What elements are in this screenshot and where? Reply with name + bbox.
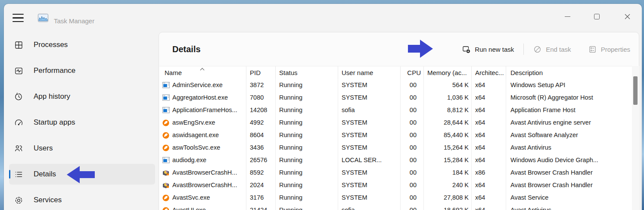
cell-cpu: 00 [401, 191, 424, 204]
cell-description: Windows Setup API [506, 79, 632, 91]
task-manager-logo-icon [38, 14, 48, 22]
cell-architecture: x64 [472, 204, 506, 210]
cell-description: Avast Browser Crash Handler [506, 179, 632, 191]
cell-architecture: x64 [472, 154, 506, 166]
table-row[interactable]: aswToolsSvc.exe 3436 Running SYSTEM 00 1… [159, 141, 632, 154]
process-name: aswToolsSvc.exe [172, 141, 220, 154]
cell-name: aswidsagent.exe [159, 129, 246, 141]
cell-cpu: 00 [401, 179, 424, 191]
sidebar-item-app-history[interactable]: App history [9, 86, 155, 107]
sidebar-item-details[interactable]: Details [9, 164, 155, 185]
hamburger-menu-button[interactable] [12, 14, 24, 22]
end-task-button[interactable]: End task [533, 45, 571, 53]
column-header-status[interactable]: Status [276, 66, 338, 79]
cell-cpu: 00 [401, 91, 424, 104]
table-row[interactable]: aswEngSrv.exe 4992 Running SYSTEM 00 28,… [159, 116, 632, 129]
table-row[interactable]: AvastBrowserCrashH... 8592 Running SYSTE… [159, 166, 632, 179]
sidebar-item-label: Users [34, 144, 53, 153]
cell-status: Running [276, 154, 338, 166]
cell-user-name: sofia [338, 104, 401, 116]
cell-status: Running [276, 129, 338, 141]
process-name: ApplicationFrameHos... [172, 104, 237, 116]
cell-description: Avast Software Analyzer [506, 129, 632, 141]
properties-button[interactable]: Properties [588, 45, 630, 53]
column-header-name[interactable]: Name [159, 66, 246, 79]
process-icon [162, 119, 170, 126]
cell-architecture: x64 [472, 191, 506, 204]
column-header-cpu[interactable]: CPU [401, 66, 424, 79]
details-panel: Details Run new task End task [159, 32, 639, 210]
cell-user-name: SYSTEM [338, 166, 401, 179]
scrollbar-thumb[interactable] [633, 76, 638, 105]
table-row[interactable]: aswidsagent.exe 8604 Running SYSTEM 00 8… [159, 129, 632, 141]
sidebar-item-performance[interactable]: Performance [9, 60, 155, 81]
sidebar-item-processes[interactable]: Processes [9, 34, 155, 55]
sidebar-item-label: Processes [34, 41, 68, 49]
cell-pid: 3436 [246, 141, 276, 154]
table-row[interactable]: audiodg.exe 26576 Running LOCAL SER... 0… [159, 154, 632, 166]
cell-architecture: x64 [472, 116, 506, 129]
cell-description: Avast Browser Crash Handler [506, 166, 632, 179]
cell-architecture: x64 [472, 141, 506, 154]
cell-memory: 1,036 K [424, 91, 472, 104]
maximize-icon[interactable] [592, 12, 601, 21]
cell-pid: 21424 [246, 204, 276, 210]
properties-icon [588, 45, 597, 53]
task-manager-window: Task Manager Processes Performance App h… [4, 4, 642, 210]
process-name: AvastSvc.exe [172, 191, 210, 204]
process-name: audiodg.exe [172, 154, 206, 166]
cell-memory: 184 K [424, 166, 472, 179]
table-row[interactable]: AvastSvc.exe 3176 Running SYSTEM 00 27,8… [159, 191, 632, 204]
table-row[interactable]: ApplicationFrameHos... 14208 Running sof… [159, 104, 632, 116]
column-header-architecture[interactable]: Architec... [472, 66, 506, 79]
cell-status: Running [276, 79, 338, 91]
cell-name: AvastBrowserCrashH... [159, 166, 246, 179]
cell-description: Avast Antivirus [506, 141, 632, 154]
minimize-icon[interactable] [563, 12, 572, 21]
cell-cpu: 00 [401, 129, 424, 141]
column-header-pid[interactable]: PID [246, 66, 276, 79]
process-name: AggregatorHost.exe [172, 91, 228, 104]
sort-ascending-icon [200, 68, 205, 72]
details-icon [14, 170, 23, 179]
process-icon [162, 107, 170, 113]
cell-memory: 85,440 K [424, 129, 472, 141]
sidebar-item-label: App history [34, 92, 70, 101]
sidebar-item-label: Details [34, 170, 56, 179]
sidebar-item-label: Services [34, 196, 62, 204]
sidebar-item-services[interactable]: Services [9, 190, 155, 210]
table-row[interactable]: AdminService.exe 3872 Running SYSTEM 00 … [159, 79, 632, 91]
process-icon [162, 132, 170, 138]
table-row[interactable]: AvastUI.exe 21424 Running sofia 00 18,69… [159, 204, 632, 210]
column-header-memory[interactable]: Memory (ac... [424, 66, 472, 79]
app-history-icon [14, 92, 23, 101]
sidebar-item-startup-apps[interactable]: Startup apps [9, 112, 155, 133]
desktop: { "window": { "app_title": "Task Manager… [0, 0, 644, 210]
process-icon [162, 157, 170, 163]
cell-architecture: x64 [472, 104, 506, 116]
process-icon [162, 169, 170, 176]
cell-architecture: x64 [472, 129, 506, 141]
column-header-user-name[interactable]: User name [338, 66, 401, 79]
performance-icon [14, 66, 23, 75]
table-row[interactable]: AggregatorHost.exe 7080 Running SYSTEM 0… [159, 91, 632, 104]
toolbar-divider [523, 44, 524, 55]
cell-name: AvastBrowserCrashH... [159, 179, 246, 191]
cell-memory: 564 K [424, 79, 472, 91]
process-name: AdminService.exe [172, 79, 223, 91]
run-new-task-button[interactable]: Run new task [462, 45, 514, 53]
cell-memory: 240 K [424, 179, 472, 191]
cell-pid: 8604 [246, 129, 276, 141]
cell-cpu: 00 [401, 141, 424, 154]
cell-description: Windows Audio Device Graph... [506, 154, 632, 166]
cell-name: aswEngSrv.exe [159, 116, 246, 129]
page-title: Details [172, 44, 201, 54]
cell-pid: 4992 [246, 116, 276, 129]
sidebar-item-users[interactable]: Users [9, 138, 155, 159]
cell-user-name: SYSTEM [338, 191, 401, 204]
cell-status: Running [276, 191, 338, 204]
cell-pid: 3872 [246, 79, 276, 91]
table-row[interactable]: AvastBrowserCrashH... 2024 Running SYSTE… [159, 179, 632, 191]
column-header-description[interactable]: Description [506, 66, 632, 79]
close-icon[interactable] [622, 12, 632, 21]
